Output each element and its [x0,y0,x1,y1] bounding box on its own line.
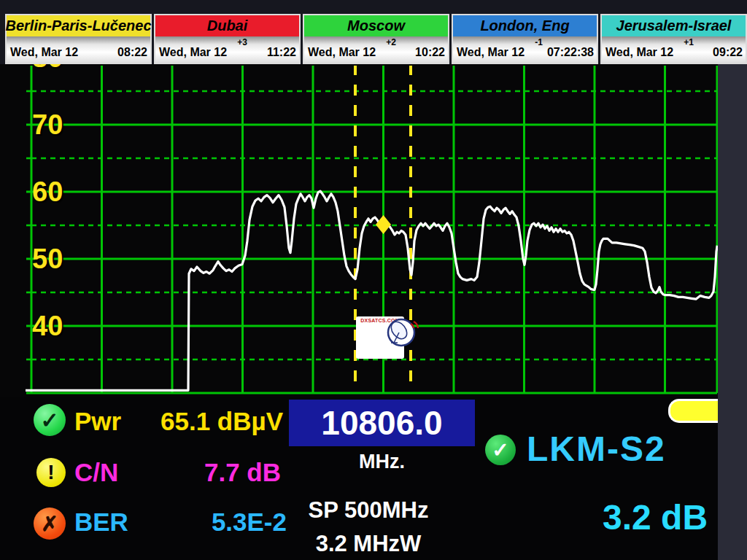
standard-ok-check-icon: ✓ [485,435,516,465]
cn-label: C/N [74,458,118,487]
y-axis-tick-label: 60 [32,176,76,207]
clock-utc-offset: -1 [535,37,543,47]
world-clock-bar: Berlin-Paris-Lučenec Wed, Mar 12 08:22 D… [0,0,747,64]
clock-panel-dubai: Dubai Wed, Mar 12 +3 11:22 [154,14,301,64]
clock-date: Wed, Mar 12 [605,46,673,59]
clock-utc-offset: +2 [386,37,396,47]
clock-utc-offset: +1 [684,37,694,47]
clock-city-label: London, Eng [453,15,597,36]
pwr-label: Pwr [74,407,121,436]
clock-city-label: Moscow [304,15,448,36]
clock-body: Wed, Mar 12 +3 11:22 [155,36,299,63]
clock-time: 09:22 [713,46,743,59]
clock-body: Wed, Mar 12 08:22 [7,36,150,63]
y-axis-tick-label: 80 [32,64,76,73]
spectrum-chart: 8070605040 DXSATCS.COM [0,64,719,397]
clock-time: 10:22 [415,46,445,59]
y-axis-tick-label: 50 [32,244,76,274]
clock-time: 08:22 [117,46,147,59]
readout-panel: ✓ Pwr 65.1 dBµV ! C/N 7.7 dB ✗ BER 5.3E-… [0,397,747,560]
clock-body: Wed, Mar 12 -1 07:22:38 [453,36,597,63]
cn-warning-icon: ! [36,458,66,487]
dxsatcs-logo: DXSATCS.COM [356,316,404,359]
pwr-value: 65.1 dBµV [117,407,283,436]
clock-city-label: Jerusalem-Israel [602,15,746,36]
ber-value: 5.3E-2 [131,508,287,537]
y-axis-tick-label: 70 [32,109,76,140]
clock-body: Wed, Mar 12 +2 10:22 [304,36,448,63]
clock-panel-moscow: Moscow Wed, Mar 12 +2 10:22 [303,14,449,64]
satellite-dish-icon [382,318,424,347]
clock-panel-jerusalem: Jerusalem-Israel Wed, Mar 12 +1 09:22 [600,14,747,64]
cn-value: 7.7 dB [124,458,281,487]
big-db-value: 3.2 dB [603,497,708,537]
clock-date: Wed, Mar 12 [308,46,376,59]
span-setting: SP 500MHz [292,497,445,524]
world-clock-panels: Berlin-Paris-Lučenec Wed, Mar 12 08:22 D… [5,14,747,64]
bandwidth-setting: 3.2 MHzW [292,531,445,557]
clock-date: Wed, Mar 12 [10,46,78,59]
clock-city-label: Dubai [155,15,299,36]
right-margin-strip [718,64,747,560]
clock-panel-london: London, Eng Wed, Mar 12 -1 07:22:38 [452,14,598,64]
frequency-display: 10806.0 [289,400,475,446]
satellite-meter-screen: Berlin-Paris-Lučenec Wed, Mar 12 08:22 D… [0,0,747,560]
clock-date: Wed, Mar 12 [159,46,227,59]
frequency-unit: MHz. [289,451,475,473]
yellow-indicator-pill [668,399,721,423]
clock-city-label: Berlin-Paris-Lučenec [7,15,150,36]
ber-label: BER [74,508,128,537]
clock-time: 11:22 [267,46,296,59]
clock-date: Wed, Mar 12 [457,46,525,59]
y-axis-tick-label: 40 [32,311,76,341]
clock-body: Wed, Mar 12 +1 09:22 [602,36,746,63]
clock-panel-berlin: Berlin-Paris-Lučenec Wed, Mar 12 08:22 [5,14,152,64]
clock-time: 07:22:38 [547,46,594,59]
ber-fail-x-icon: ✗ [34,508,66,540]
clock-utc-offset: +3 [237,37,247,47]
standard-label: LKM-S2 [527,429,666,469]
pwr-ok-check-icon: ✓ [34,404,66,436]
